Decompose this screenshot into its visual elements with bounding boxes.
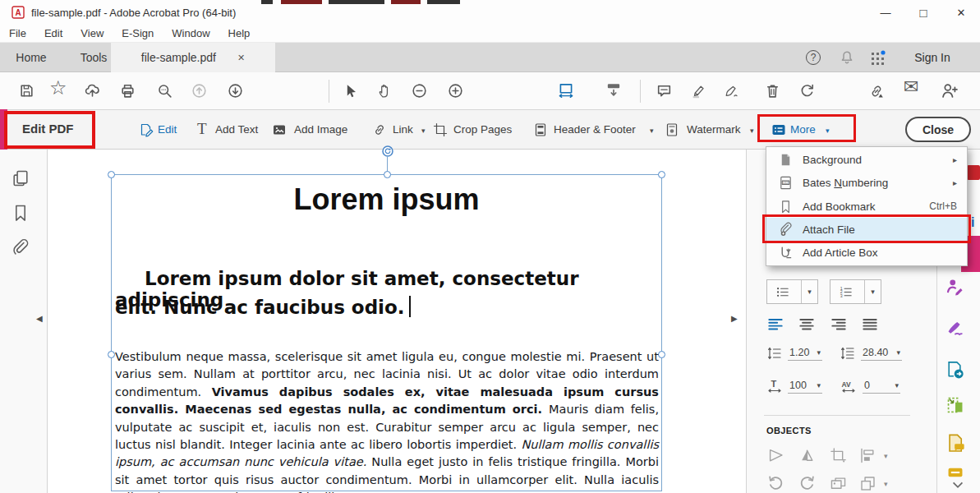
bullet-list-icon[interactable] (767, 280, 797, 303)
numbered-list-combo[interactable]: 123 ▾ (830, 279, 881, 304)
maximize-button[interactable]: □ (904, 0, 942, 25)
character-spacing-combo[interactable]: AV 0▾ (840, 378, 900, 394)
watermark-caret-icon[interactable]: ▾ (750, 127, 754, 135)
search-icon[interactable] (156, 82, 173, 99)
more-icon[interactable] (771, 122, 787, 138)
document-heading[interactable]: Lorem ipsum (111, 182, 662, 217)
fit-width-icon[interactable] (557, 81, 575, 99)
select-tool-icon[interactable] (342, 82, 359, 99)
share-icon[interactable] (84, 82, 101, 99)
menu-file[interactable]: File (0, 27, 35, 39)
numbered-list-caret-icon[interactable]: ▾ (864, 280, 881, 303)
flip-vertical-icon[interactable] (798, 446, 817, 465)
header-footer-caret-icon[interactable]: ▾ (650, 127, 654, 135)
page-comment-tool-icon[interactable] (945, 432, 967, 454)
edit-tool-label[interactable]: Edit (158, 123, 177, 136)
rotate-handle[interactable] (381, 145, 394, 158)
selection-handle-top-right[interactable] (658, 171, 665, 178)
fill-and-sign-tool-icon[interactable] (945, 276, 966, 297)
email-icon[interactable]: ✉ (904, 76, 918, 98)
hand-tool-icon[interactable] (376, 82, 393, 99)
collapse-left-panel-icon[interactable]: ◀ (36, 314, 43, 323)
add-text-label[interactable]: Add Text (215, 123, 258, 136)
rotate-ccw-icon[interactable] (766, 474, 785, 493)
page-thumbnails-icon[interactable] (10, 168, 31, 189)
attachments-panel-icon[interactable] (10, 238, 31, 260)
numbered-list-icon[interactable]: 123 (830, 280, 860, 303)
delete-icon[interactable] (764, 82, 781, 99)
edit-tool-icon[interactable] (138, 122, 154, 138)
bullet-list-caret-icon[interactable]: ▾ (801, 280, 817, 303)
expand-right-panel-icon[interactable]: ▶ (731, 314, 738, 323)
selection-handle-top-center[interactable] (384, 171, 391, 178)
minimize-button[interactable]: — (867, 0, 904, 25)
align-objects-caret-icon[interactable]: ▾ (884, 452, 888, 460)
create-pdf-tool-icon[interactable] (966, 164, 980, 181)
help-icon[interactable]: ? (801, 43, 826, 72)
selection-handle-mid-right[interactable] (658, 351, 665, 358)
tab-document[interactable]: file-sample.pdf ✕ (111, 43, 275, 72)
toolbar-toggle-icon[interactable] (605, 81, 623, 99)
fill-sign-icon[interactable] (723, 82, 740, 99)
link-icon[interactable] (867, 82, 886, 100)
link-tool-icon[interactable] (371, 122, 388, 138)
align-right-icon[interactable] (830, 316, 848, 334)
horizontal-scale-combo[interactable]: T 100▾ (766, 378, 822, 394)
zoom-in-icon[interactable] (447, 82, 464, 99)
print-icon[interactable] (119, 82, 136, 99)
arrange-objects-icon[interactable] (858, 474, 877, 493)
zoom-out-icon[interactable] (411, 82, 428, 99)
flip-horizontal-icon[interactable] (766, 446, 785, 465)
menu-esign[interactable]: E-Sign (113, 27, 163, 39)
rotate-icon[interactable] (798, 82, 816, 99)
crop-pages-label[interactable]: Crop Pages (453, 123, 512, 136)
menu-help[interactable]: Help (219, 27, 260, 39)
selection-handle-mid-left[interactable] (108, 351, 115, 358)
rotate-cw-icon[interactable] (798, 474, 817, 493)
favorites-star-icon[interactable]: ☆ (49, 76, 67, 99)
save-icon[interactable] (18, 82, 35, 99)
tab-home[interactable]: Home (0, 43, 62, 72)
add-user-icon[interactable] (940, 81, 959, 100)
align-objects-icon[interactable] (858, 446, 877, 465)
align-left-icon[interactable] (766, 316, 784, 334)
replace-image-icon[interactable] (829, 474, 848, 493)
more-label[interactable]: More (790, 123, 816, 136)
add-image-label[interactable]: Add Image (294, 123, 347, 136)
menu-window[interactable]: Window (163, 27, 219, 39)
link-caret-icon[interactable]: ▾ (421, 127, 426, 135)
more-tools-chevron-icon[interactable] (950, 480, 965, 491)
watermark-icon[interactable] (664, 122, 680, 138)
document-intro-line2[interactable]: elit. Nunc ac faucibus odio. (115, 296, 657, 318)
paragraph-spacing-combo[interactable]: 28.40▾ (840, 345, 902, 362)
menu-view[interactable]: View (71, 27, 113, 39)
add-image-icon[interactable] (271, 122, 288, 138)
header-footer-label[interactable]: Header & Footer (554, 123, 636, 136)
arrange-objects-caret-icon[interactable]: ▾ (884, 480, 888, 488)
bullet-list-combo[interactable]: ▾ (766, 279, 818, 304)
export-pdf-icon[interactable] (945, 359, 966, 380)
crop-pages-icon[interactable] (432, 122, 449, 138)
selection-handle-top-left[interactable] (108, 171, 115, 178)
crop-object-icon[interactable] (829, 446, 848, 465)
menu-item-bates-numbering[interactable]: 012 Bates Numbering ▸ (766, 171, 967, 194)
app-launcher-grid-icon[interactable] (864, 43, 892, 72)
menu-item-background[interactable]: Background ▸ (766, 148, 967, 171)
menu-item-attach-file[interactable]: Attach File (766, 218, 967, 241)
next-page-icon[interactable] (227, 82, 244, 99)
document-body-paragraph[interactable]: Vestibulum neque massa, scelerisque sit … (115, 348, 659, 493)
menu-edit[interactable]: Edit (35, 27, 71, 39)
header-footer-icon[interactable] (532, 122, 549, 138)
highlight-icon[interactable] (690, 82, 707, 99)
menu-item-add-article-box[interactable]: Add Article Box (766, 242, 967, 265)
line-spacing-combo[interactable]: 1.20▾ (766, 345, 822, 362)
sign-in-button[interactable]: Sign In (904, 43, 961, 72)
align-center-icon[interactable] (798, 316, 816, 334)
comment-icon[interactable] (656, 82, 673, 99)
more-caret-icon[interactable]: ▾ (826, 127, 830, 135)
bookmarks-panel-icon[interactable] (10, 202, 31, 223)
close-button[interactable]: Close (905, 117, 971, 142)
sign-pen-tool-icon[interactable] (945, 317, 966, 339)
crop-resize-tool-icon[interactable] (945, 394, 966, 416)
watermark-label[interactable]: Watermark (687, 123, 741, 136)
